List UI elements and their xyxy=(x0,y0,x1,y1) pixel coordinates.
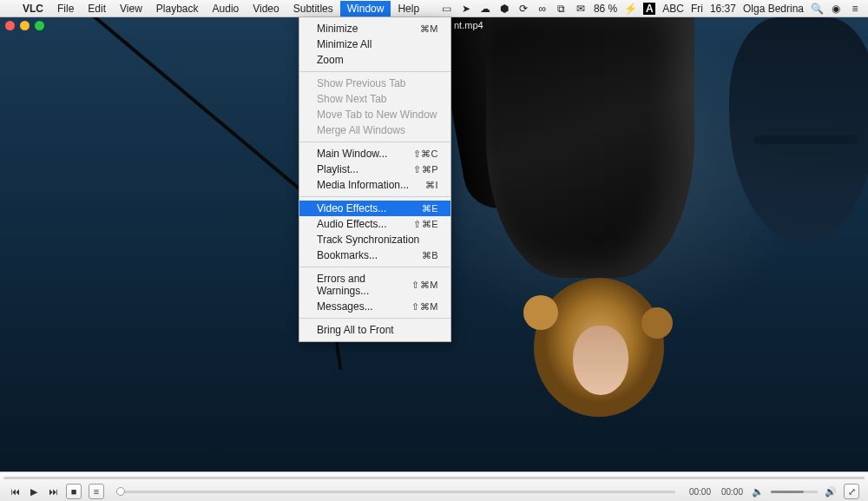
wifi-icon[interactable]: ⧉ xyxy=(556,3,568,15)
keyboard-layout[interactable]: ABC xyxy=(662,3,684,15)
menu-item-show-previous-tab: Show Previous Tab xyxy=(299,76,450,91)
upside-down-singer xyxy=(451,17,729,452)
menu-item-merge-all-windows: Merge All Windows xyxy=(299,122,450,138)
battery-percent: 86 % xyxy=(594,3,617,15)
menu-item-video-effects[interactable]: Video Effects...⌘E xyxy=(299,201,450,216)
menu-item-shortcut: ⇧⌘C xyxy=(413,148,438,160)
battery-icon[interactable]: ⚡ xyxy=(624,3,636,15)
menu-item-show-next-tab: Show Next Tab xyxy=(299,91,450,107)
menu-item-label: Messages... xyxy=(317,300,373,313)
clock-day: Fri xyxy=(691,3,703,15)
input-source-icon[interactable]: A xyxy=(643,3,655,15)
menu-file[interactable]: File xyxy=(50,1,81,16)
window-menu-dropdown[interactable]: Minimize⌘MMinimize AllZoomShow Previous … xyxy=(299,17,451,342)
menu-separator xyxy=(299,267,450,267)
menu-item-label: Video Effects... xyxy=(317,202,386,214)
menu-item-errors-and-warnings[interactable]: Errors and Warnings...⇧⌘M xyxy=(299,271,450,299)
menu-view[interactable]: View xyxy=(113,1,149,16)
menu-item-zoom[interactable]: Zoom xyxy=(299,52,450,68)
location-icon[interactable]: ➤ xyxy=(460,3,472,15)
stop-button[interactable]: ■ xyxy=(66,484,82,499)
menu-item-label: Minimize All xyxy=(317,38,372,50)
menu-item-audio-effects[interactable]: Audio Effects...⇧⌘E xyxy=(299,216,450,232)
menu-separator xyxy=(299,71,450,72)
cloud-icon[interactable]: ☁ xyxy=(479,3,491,15)
app-menu[interactable]: VLC xyxy=(16,1,50,16)
menu-playback[interactable]: Playback xyxy=(149,1,206,16)
playlist-button[interactable]: ≡ xyxy=(89,484,104,499)
menu-window[interactable]: Window xyxy=(340,1,391,16)
sync-icon[interactable]: ⟳ xyxy=(517,3,529,15)
menu-item-label: Main Window... xyxy=(317,148,387,160)
menu-item-media-information[interactable]: Media Information...⌘I xyxy=(299,177,450,193)
menu-item-label: Track Synchronization xyxy=(317,234,419,246)
clock-time: 16:37 xyxy=(710,3,736,15)
background-hat xyxy=(764,118,847,156)
menu-item-main-window[interactable]: Main Window...⇧⌘C xyxy=(299,146,450,162)
prev-button[interactable]: ⏮ xyxy=(5,484,24,499)
time-total: 00:00 xyxy=(721,487,743,497)
menu-item-shortcut: ⌘E xyxy=(422,203,438,214)
menu-item-label: Media Information... xyxy=(317,179,409,191)
menu-help[interactable]: Help xyxy=(391,1,426,16)
menu-item-track-synchronization[interactable]: Track Synchronization xyxy=(299,232,450,247)
menu-audio[interactable]: Audio xyxy=(206,1,247,16)
menu-item-shortcut: ⇧⌘E xyxy=(413,219,438,230)
menu-separator xyxy=(299,142,450,142)
menu-item-move-tab-to-new-window: Move Tab to New Window xyxy=(299,107,450,122)
menu-item-label: Zoom xyxy=(317,54,344,66)
user-name[interactable]: Olga Bedrina xyxy=(743,3,804,15)
macos-menubar: VLC File Edit View Playback Audio Video … xyxy=(0,0,868,17)
volume-low-icon: 🔈 xyxy=(748,484,767,499)
menu-item-label: Merge All Windows xyxy=(317,124,405,136)
siri-icon[interactable]: ◉ xyxy=(830,3,842,15)
menubar-left: VLC File Edit View Playback Audio Video … xyxy=(7,1,426,16)
infinity-icon[interactable]: ∞ xyxy=(536,3,549,15)
menu-item-label: Show Previous Tab xyxy=(317,77,406,89)
menu-separator xyxy=(299,318,450,319)
menu-item-shortcut: ⇧⌘M xyxy=(411,301,438,313)
menu-item-label: Move Tab to New Window xyxy=(317,109,437,121)
volume-slider[interactable] xyxy=(771,491,818,493)
screen-icon[interactable]: ▭ xyxy=(441,3,453,15)
play-button[interactable]: ▶ xyxy=(24,484,43,499)
window-title: nt.mp4 xyxy=(454,20,483,30)
menu-item-minimize-all[interactable]: Minimize All xyxy=(299,36,450,52)
menu-item-bring-all-to-front[interactable]: Bring All to Front xyxy=(299,322,450,338)
seek-bar[interactable] xyxy=(3,474,865,481)
next-button[interactable]: ⏭ xyxy=(43,484,62,499)
notification-center-icon[interactable]: ≡ xyxy=(849,3,861,15)
volume-high-icon: 🔊 xyxy=(821,484,840,499)
menu-item-bookmarks[interactable]: Bookmarks...⌘B xyxy=(299,247,450,263)
menu-item-label: Bookmarks... xyxy=(317,249,378,261)
menu-item-label: Playlist... xyxy=(317,163,358,175)
minimize-window-button[interactable] xyxy=(20,21,30,30)
fullscreen-button[interactable]: ⤢ xyxy=(844,484,859,499)
spotlight-icon[interactable]: 🔍 xyxy=(811,3,823,15)
menu-item-shortcut: ⌘M xyxy=(420,23,438,35)
mail-icon[interactable]: ✉ xyxy=(575,3,587,15)
volume-control[interactable]: 🔈 🔊 xyxy=(748,484,840,499)
menu-item-label: Errors and Warnings... xyxy=(317,273,411,297)
menu-item-shortcut: ⇧⌘M xyxy=(411,280,438,291)
menu-item-label: Show Next Tab xyxy=(317,93,387,105)
menu-edit[interactable]: Edit xyxy=(81,1,113,16)
menu-subtitles[interactable]: Subtitles xyxy=(286,1,340,16)
menu-item-shortcut: ⇧⌘P xyxy=(413,164,438,175)
menu-item-messages[interactable]: Messages...⇧⌘M xyxy=(299,299,450,314)
dropbox-icon[interactable]: ⬢ xyxy=(498,3,510,15)
menu-item-minimize[interactable]: Minimize⌘M xyxy=(299,21,450,36)
progress-knob[interactable] xyxy=(116,487,125,496)
menu-item-label: Audio Effects... xyxy=(317,218,387,230)
progress-bar[interactable] xyxy=(116,488,675,495)
menu-video[interactable]: Video xyxy=(246,1,286,16)
menu-item-label: Minimize xyxy=(317,23,358,35)
menu-item-playlist[interactable]: Playlist...⇧⌘P xyxy=(299,162,450,177)
close-window-button[interactable] xyxy=(5,21,15,30)
menu-item-shortcut: ⌘B xyxy=(422,250,438,261)
zoom-window-button[interactable] xyxy=(35,21,44,30)
time-elapsed: 00:00 xyxy=(689,487,711,497)
menu-item-shortcut: ⌘I xyxy=(425,180,438,191)
window-traffic-lights xyxy=(5,21,44,30)
menu-item-label: Bring All to Front xyxy=(317,324,394,336)
